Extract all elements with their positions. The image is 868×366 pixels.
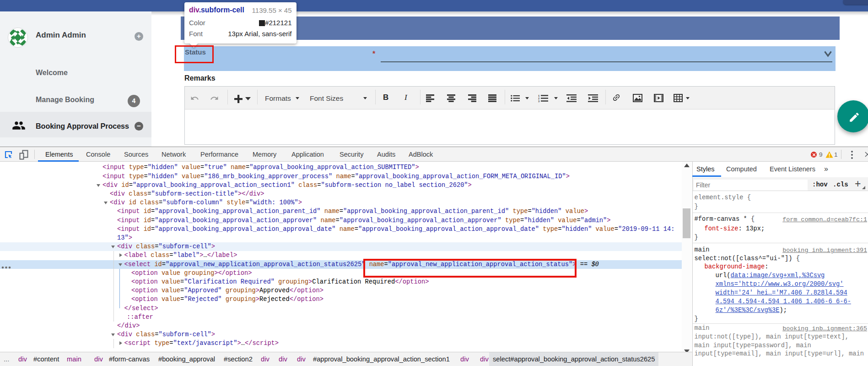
svg-text:3: 3 [538, 100, 540, 103]
